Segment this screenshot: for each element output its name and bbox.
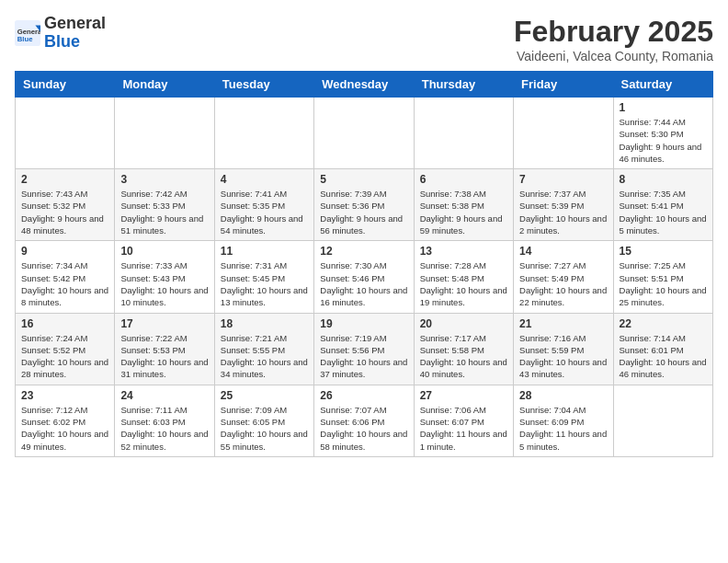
- day-info: Sunrise: 7:34 AM Sunset: 5:42 PM Dayligh…: [21, 259, 108, 308]
- day-info: Sunrise: 7:38 AM Sunset: 5:38 PM Dayligh…: [420, 188, 507, 236]
- calendar-cell: 13Sunrise: 7:28 AM Sunset: 5:48 PM Dayli…: [414, 241, 513, 313]
- calendar-cell: 8Sunrise: 7:35 AM Sunset: 5:41 PM Daylig…: [613, 169, 712, 241]
- day-number: 9: [21, 245, 108, 258]
- calendar-cell: [514, 98, 613, 169]
- day-number: 18: [221, 317, 308, 330]
- calendar-cell: 6Sunrise: 7:38 AM Sunset: 5:38 PM Daylig…: [414, 169, 513, 241]
- day-info: Sunrise: 7:42 AM Sunset: 5:33 PM Dayligh…: [120, 188, 208, 236]
- calendar-cell: 27Sunrise: 7:06 AM Sunset: 6:07 PM Dayli…: [414, 385, 513, 456]
- calendar-week-3: 9Sunrise: 7:34 AM Sunset: 5:42 PM Daylig…: [16, 241, 713, 313]
- calendar-cell: 9Sunrise: 7:34 AM Sunset: 5:42 PM Daylig…: [16, 241, 115, 313]
- calendar-cell: 21Sunrise: 7:16 AM Sunset: 5:59 PM Dayli…: [514, 313, 613, 385]
- day-number: 1: [620, 101, 707, 114]
- calendar-cell: 17Sunrise: 7:22 AM Sunset: 5:53 PM Dayli…: [115, 313, 214, 385]
- calendar-cell: 25Sunrise: 7:09 AM Sunset: 6:05 PM Dayli…: [214, 385, 313, 456]
- day-number: 12: [320, 245, 407, 258]
- logo-icon: General Blue: [15, 20, 40, 46]
- day-info: Sunrise: 7:21 AM Sunset: 5:55 PM Dayligh…: [221, 332, 308, 381]
- day-info: Sunrise: 7:44 AM Sunset: 5:30 PM Dayligh…: [620, 116, 707, 165]
- day-number: 28: [519, 389, 607, 402]
- day-number: 24: [120, 389, 208, 402]
- day-info: Sunrise: 7:28 AM Sunset: 5:48 PM Dayligh…: [420, 259, 507, 308]
- calendar-cell: 15Sunrise: 7:25 AM Sunset: 5:51 PM Dayli…: [613, 241, 712, 313]
- day-info: Sunrise: 7:14 AM Sunset: 6:01 PM Dayligh…: [620, 332, 707, 381]
- weekday-header-tuesday: Tuesday: [214, 72, 313, 98]
- day-info: Sunrise: 7:41 AM Sunset: 5:35 PM Dayligh…: [221, 188, 308, 236]
- day-number: 19: [320, 317, 407, 330]
- day-info: Sunrise: 7:37 AM Sunset: 5:39 PM Dayligh…: [519, 188, 607, 236]
- calendar-week-5: 23Sunrise: 7:12 AM Sunset: 6:02 PM Dayli…: [16, 385, 713, 456]
- calendar-cell: 4Sunrise: 7:41 AM Sunset: 5:35 PM Daylig…: [214, 169, 313, 241]
- day-info: Sunrise: 7:43 AM Sunset: 5:32 PM Dayligh…: [21, 188, 108, 236]
- day-info: Sunrise: 7:35 AM Sunset: 5:41 PM Dayligh…: [620, 188, 707, 236]
- day-number: 20: [420, 317, 507, 330]
- day-number: 7: [519, 173, 607, 186]
- calendar-cell: 5Sunrise: 7:39 AM Sunset: 5:36 PM Daylig…: [314, 169, 414, 241]
- svg-text:Blue: Blue: [17, 35, 33, 43]
- day-info: Sunrise: 7:17 AM Sunset: 5:58 PM Dayligh…: [420, 332, 507, 381]
- day-number: 3: [120, 173, 208, 186]
- title-area: February 2025 Vaideeni, Valcea County, R…: [514, 15, 713, 63]
- day-info: Sunrise: 7:27 AM Sunset: 5:49 PM Dayligh…: [519, 259, 607, 308]
- day-info: Sunrise: 7:24 AM Sunset: 5:52 PM Dayligh…: [21, 332, 108, 381]
- day-number: 17: [120, 317, 208, 330]
- calendar-cell: 19Sunrise: 7:19 AM Sunset: 5:56 PM Dayli…: [314, 313, 414, 385]
- calendar-cell: 3Sunrise: 7:42 AM Sunset: 5:33 PM Daylig…: [115, 169, 214, 241]
- day-number: 26: [320, 389, 407, 402]
- day-number: 25: [221, 389, 308, 402]
- weekday-header-sunday: Sunday: [16, 72, 115, 98]
- weekday-header-monday: Monday: [115, 72, 214, 98]
- day-number: 14: [519, 245, 607, 258]
- weekday-header-thursday: Thursday: [414, 72, 513, 98]
- day-info: Sunrise: 7:33 AM Sunset: 5:43 PM Dayligh…: [120, 259, 208, 308]
- logo: General Blue General Blue: [15, 15, 106, 52]
- calendar-subtitle: Vaideeni, Valcea County, Romania: [514, 49, 713, 63]
- day-info: Sunrise: 7:25 AM Sunset: 5:51 PM Dayligh…: [620, 259, 707, 308]
- day-number: 23: [21, 389, 108, 402]
- day-number: 5: [320, 173, 407, 186]
- calendar-cell: 18Sunrise: 7:21 AM Sunset: 5:55 PM Dayli…: [214, 313, 313, 385]
- day-info: Sunrise: 7:30 AM Sunset: 5:46 PM Dayligh…: [320, 259, 407, 308]
- calendar-week-1: 1Sunrise: 7:44 AM Sunset: 5:30 PM Daylig…: [16, 98, 713, 169]
- day-info: Sunrise: 7:31 AM Sunset: 5:45 PM Dayligh…: [221, 259, 308, 308]
- calendar-cell: 11Sunrise: 7:31 AM Sunset: 5:45 PM Dayli…: [214, 241, 313, 313]
- calendar-cell: 7Sunrise: 7:37 AM Sunset: 5:39 PM Daylig…: [514, 169, 613, 241]
- calendar-cell: 10Sunrise: 7:33 AM Sunset: 5:43 PM Dayli…: [115, 241, 214, 313]
- logo-general: General: [44, 14, 106, 32]
- weekday-header-friday: Friday: [514, 72, 613, 98]
- calendar-cell: [16, 98, 115, 169]
- calendar-cell: 24Sunrise: 7:11 AM Sunset: 6:03 PM Dayli…: [115, 385, 214, 456]
- calendar-cell: [613, 385, 712, 456]
- day-info: Sunrise: 7:06 AM Sunset: 6:07 PM Dayligh…: [420, 404, 507, 453]
- day-number: 2: [21, 173, 108, 186]
- day-number: 4: [221, 173, 308, 186]
- day-number: 10: [120, 245, 208, 258]
- page-header: General Blue General Blue February 2025 …: [15, 15, 713, 63]
- day-info: Sunrise: 7:04 AM Sunset: 6:09 PM Dayligh…: [519, 404, 607, 453]
- calendar-cell: 28Sunrise: 7:04 AM Sunset: 6:09 PM Dayli…: [514, 385, 613, 456]
- day-number: 13: [420, 245, 507, 258]
- calendar-body: 1Sunrise: 7:44 AM Sunset: 5:30 PM Daylig…: [16, 98, 713, 457]
- day-number: 6: [420, 173, 507, 186]
- calendar-cell: 1Sunrise: 7:44 AM Sunset: 5:30 PM Daylig…: [613, 98, 712, 169]
- calendar-cell: 14Sunrise: 7:27 AM Sunset: 5:49 PM Dayli…: [514, 241, 613, 313]
- day-number: 27: [420, 389, 507, 402]
- calendar-cell: 16Sunrise: 7:24 AM Sunset: 5:52 PM Dayli…: [16, 313, 115, 385]
- calendar-cell: 23Sunrise: 7:12 AM Sunset: 6:02 PM Dayli…: [16, 385, 115, 456]
- day-number: 21: [519, 317, 607, 330]
- day-info: Sunrise: 7:39 AM Sunset: 5:36 PM Dayligh…: [320, 188, 407, 236]
- calendar-table: SundayMondayTuesdayWednesdayThursdayFrid…: [15, 71, 713, 457]
- calendar-week-2: 2Sunrise: 7:43 AM Sunset: 5:32 PM Daylig…: [16, 169, 713, 241]
- calendar-cell: [115, 98, 214, 169]
- calendar-title: February 2025: [514, 15, 713, 49]
- logo-text: General Blue: [44, 15, 106, 52]
- weekday-header-wednesday: Wednesday: [314, 72, 414, 98]
- day-info: Sunrise: 7:07 AM Sunset: 6:06 PM Dayligh…: [320, 404, 407, 453]
- weekday-header-row: SundayMondayTuesdayWednesdayThursdayFrid…: [16, 72, 713, 98]
- calendar-cell: 2Sunrise: 7:43 AM Sunset: 5:32 PM Daylig…: [16, 169, 115, 241]
- day-info: Sunrise: 7:12 AM Sunset: 6:02 PM Dayligh…: [21, 404, 108, 453]
- calendar-cell: [414, 98, 513, 169]
- calendar-cell: 26Sunrise: 7:07 AM Sunset: 6:06 PM Dayli…: [314, 385, 414, 456]
- calendar-cell: 12Sunrise: 7:30 AM Sunset: 5:46 PM Dayli…: [314, 241, 414, 313]
- day-info: Sunrise: 7:16 AM Sunset: 5:59 PM Dayligh…: [519, 332, 607, 381]
